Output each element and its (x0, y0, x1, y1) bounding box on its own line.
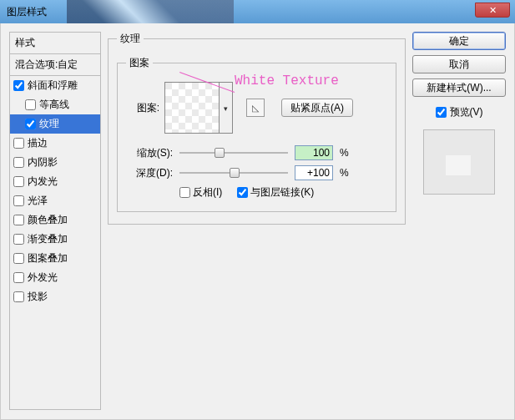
new-preset-button[interactable] (246, 99, 265, 117)
pattern-dropdown[interactable] (220, 82, 233, 134)
pattern-label: 图案: (126, 101, 159, 115)
style-label: 斜面和浮雕 (28, 78, 78, 93)
link-text: 与图层链接(K) (250, 185, 314, 200)
style-checkbox[interactable] (13, 80, 24, 91)
pattern-swatch (164, 82, 220, 134)
scale-unit: % (340, 147, 349, 159)
style-item-1[interactable]: 等高线 (10, 95, 100, 114)
style-item-0[interactable]: 斜面和浮雕 (10, 76, 100, 95)
style-item-8[interactable]: 渐变叠加 (10, 230, 100, 249)
style-item-5[interactable]: 内发光 (10, 172, 100, 191)
slider-thumb[interactable] (230, 168, 240, 178)
ok-button[interactable]: 确定 (412, 32, 506, 50)
style-checkbox[interactable] (13, 195, 24, 206)
preview-checkbox[interactable] (436, 107, 447, 118)
depth-label: 深度(D): (126, 166, 173, 180)
options-row: 反相(I) 与图层链接(K) (179, 185, 387, 200)
style-item-3[interactable]: 描边 (10, 134, 100, 153)
preview-label: 预览(V) (450, 105, 483, 119)
invert-checkbox[interactable] (179, 187, 190, 198)
style-checkbox[interactable] (13, 253, 24, 264)
style-label: 等高线 (39, 98, 69, 112)
style-checkbox[interactable] (13, 215, 24, 225)
invert-checkbox-label[interactable]: 反相(I) (179, 185, 222, 200)
settings-panel: 纹理 图案 图案: 贴紧原点(A) White Texture 缩放(S): (101, 32, 412, 411)
scale-slider[interactable] (179, 147, 288, 159)
texture-group-title: 纹理 (117, 32, 144, 46)
style-item-4[interactable]: 内阴影 (10, 153, 100, 172)
snap-origin-button[interactable]: 贴紧原点(A) (281, 99, 353, 117)
scale-row: 缩放(S): % (126, 145, 387, 160)
style-label: 图案叠加 (28, 251, 68, 266)
styles-panel: 样式 混合选项:自定 斜面和浮雕等高线纹理描边内阴影内发光光泽颜色叠加渐变叠加图… (9, 32, 101, 411)
close-button[interactable] (475, 3, 510, 18)
style-checkbox[interactable] (13, 157, 24, 168)
action-panel: 确定 取消 新建样式(W)... 预览(V) (412, 32, 506, 411)
preview-checkbox-row[interactable]: 预览(V) (412, 105, 506, 119)
blend-options-row[interactable]: 混合选项:自定 (9, 54, 101, 76)
annotation-text: White Texture (235, 73, 339, 89)
pattern-group: 图案 图案: 贴紧原点(A) White Texture 缩放(S): (117, 56, 396, 212)
preview-thumbnail (423, 129, 495, 195)
link-checkbox-label[interactable]: 与图层链接(K) (237, 185, 314, 200)
style-item-10[interactable]: 外发光 (10, 268, 100, 287)
depth-row: 深度(D): % (126, 165, 387, 180)
style-item-2[interactable]: 纹理 (10, 114, 100, 134)
style-label: 渐变叠加 (28, 232, 68, 246)
texture-group: 纹理 图案 图案: 贴紧原点(A) White Texture 缩放(S): (108, 32, 406, 225)
cancel-button[interactable]: 取消 (412, 55, 506, 73)
style-label: 内发光 (28, 175, 58, 189)
title-bar: 图层样式 (0, 0, 515, 23)
new-style-button[interactable]: 新建样式(W)... (412, 78, 506, 97)
pattern-picker[interactable] (164, 82, 233, 134)
style-checkbox[interactable] (13, 176, 24, 187)
slider-thumb[interactable] (215, 148, 225, 158)
style-checkbox[interactable] (13, 272, 24, 283)
depth-input[interactable] (295, 165, 333, 180)
invert-text: 反相(I) (193, 185, 222, 200)
depth-slider[interactable] (179, 167, 288, 179)
close-icon (489, 4, 497, 16)
style-checkbox[interactable] (25, 119, 36, 129)
window-title: 图层样式 (7, 5, 47, 19)
style-checkbox[interactable] (25, 99, 36, 110)
chevron-down-icon (224, 102, 228, 114)
style-item-11[interactable]: 投影 (10, 287, 100, 306)
style-checkbox[interactable] (13, 234, 24, 245)
titlebar-decoration (67, 0, 234, 23)
styles-header[interactable]: 样式 (9, 32, 101, 54)
style-item-7[interactable]: 颜色叠加 (10, 210, 100, 230)
depth-unit: % (340, 167, 349, 179)
new-preset-icon (252, 102, 259, 114)
style-label: 光泽 (28, 194, 48, 208)
style-label: 内阴影 (28, 155, 58, 170)
style-label: 纹理 (39, 117, 59, 131)
style-label: 颜色叠加 (28, 213, 68, 227)
style-item-9[interactable]: 图案叠加 (10, 249, 100, 268)
style-item-6[interactable]: 光泽 (10, 191, 100, 210)
style-label: 投影 (28, 290, 48, 304)
scale-label: 缩放(S): (126, 146, 173, 160)
style-checkbox[interactable] (13, 138, 24, 149)
pattern-row: 图案: 贴紧原点(A) White Texture (126, 82, 387, 134)
link-checkbox[interactable] (237, 187, 248, 198)
slider-track (179, 152, 288, 154)
style-label: 描边 (28, 136, 48, 150)
scale-input[interactable] (295, 145, 333, 160)
style-list: 斜面和浮雕等高线纹理描边内阴影内发光光泽颜色叠加渐变叠加图案叠加外发光投影 (9, 76, 101, 410)
style-checkbox[interactable] (13, 291, 24, 302)
dialog-body: 样式 混合选项:自定 斜面和浮雕等高线纹理描边内阴影内发光光泽颜色叠加渐变叠加图… (0, 23, 515, 420)
pattern-group-title: 图案 (126, 56, 153, 70)
style-label: 外发光 (28, 271, 58, 285)
